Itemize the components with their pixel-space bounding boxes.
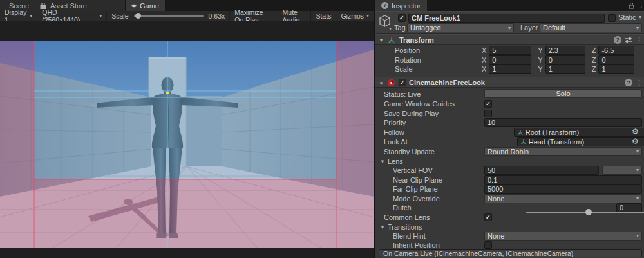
near-clip-row: Near Clip Plane 0.1 [375, 175, 644, 184]
save-during-play-row: Save During Play [375, 108, 644, 118]
gear-icon[interactable]: ⚙ [632, 127, 639, 136]
far-clip-label: Far Clip Plane [393, 185, 438, 193]
rotation-y-value: 0 [549, 56, 553, 64]
dutch-field[interactable]: 0 [616, 203, 642, 212]
tab-inspector[interactable]: i Inspector [375, 0, 427, 11]
axis-y-label: Y [538, 65, 542, 73]
vertical-fov-value: 50 [488, 166, 495, 174]
freelook-foldout-icon[interactable]: ▼ [379, 81, 384, 86]
chevron-down-icon: ▾ [636, 148, 639, 154]
far-clip-field[interactable]: 5000 [484, 184, 642, 194]
position-z-field[interactable]: -6.5 [598, 46, 634, 55]
layer-label: Layer [520, 24, 538, 32]
follow-object-field[interactable]: Root (Transform) ⊙ [514, 128, 644, 137]
gameobject-icon-caret[interactable]: ▾ [389, 26, 392, 32]
scale-label: Scale [111, 12, 128, 20]
game-window-guides-checkbox[interactable]: ✓ [484, 100, 492, 108]
lens-foldout-icon[interactable]: ▼ [380, 159, 385, 164]
resolution-dropdown[interactable]: QHD (2560x1440) ▾ [37, 11, 107, 21]
rotation-y-field[interactable]: 0 [545, 55, 585, 64]
lookat-object-field[interactable]: Head (Transform) ⊙ [517, 137, 644, 146]
standby-update-value: Round Robin [488, 148, 529, 155]
tab-game[interactable]: Game [126, 0, 166, 11]
dutch-label: Dutch [393, 204, 412, 212]
mode-override-dropdown[interactable]: None ▾ [484, 194, 642, 203]
gear-icon[interactable]: ⚙ [632, 137, 639, 146]
game-panel: Scene Asset Store Game Display 1 ▾ QHD (… [0, 0, 374, 258]
rotation-z-field[interactable]: 0 [598, 55, 634, 64]
scale-slider[interactable] [134, 15, 204, 17]
solo-button[interactable]: Solo [484, 89, 642, 98]
scale-row: Scale X 1 Y 1 Z 1 [375, 64, 644, 74]
stats-button[interactable]: Stats [310, 11, 336, 21]
display-dropdown[interactable]: Display 1 ▾ [0, 11, 37, 21]
rotation-x-value: 0 [492, 56, 496, 64]
transform-menu-kebab-icon[interactable]: ⋮ [636, 36, 643, 45]
near-clip-field[interactable]: 0.1 [484, 175, 642, 184]
fov-preset-dropdown[interactable]: ▾ [602, 166, 642, 175]
lookat-row: Look At Head (Transform) ⊙ ⚙ [375, 137, 644, 146]
vertical-fov-field[interactable]: 50 [484, 166, 599, 175]
cinemachine-icon [387, 79, 395, 87]
scale-y-field[interactable]: 1 [545, 64, 585, 74]
transform-help-icon[interactable]: ? [614, 36, 621, 44]
maximize-on-play-button[interactable]: Maximize On Play [229, 11, 277, 21]
transitions-foldout-row[interactable]: ▼ Transitions [375, 222, 644, 232]
scale-z-value: 1 [601, 65, 605, 73]
inherit-position-checkbox[interactable] [484, 241, 492, 249]
lookat-label: Look At [384, 138, 408, 146]
scale-z-field[interactable]: 1 [598, 64, 634, 74]
gizmos-dropdown[interactable]: Gizmos ▾ [336, 11, 374, 21]
transform-presets-icon[interactable] [625, 37, 632, 43]
inspector-info-icon: i [381, 2, 388, 9]
position-x-field[interactable]: 5 [489, 46, 531, 55]
scale-y-value: 1 [549, 65, 553, 73]
freelook-enabled-checkbox[interactable]: ✓ [399, 79, 406, 86]
tag-dropdown[interactable]: Untagged ▾ [407, 23, 514, 32]
priority-field[interactable]: 10 [484, 118, 642, 127]
scale-slider-knob[interactable] [135, 13, 141, 19]
transform-header[interactable]: ▼ Transform ? ⋮ [375, 34, 644, 45]
static-dropdown-caret[interactable]: ▾ [639, 14, 641, 20]
transform-axes-icon [517, 129, 524, 135]
on-camera-live-text: On Camera Live (ICinemachineCamera, ICin… [383, 250, 573, 257]
gameobject-name-field[interactable]: CM FreeLook1 [408, 14, 605, 23]
freelook-help-icon[interactable]: ? [625, 79, 632, 86]
priority-row: Priority 10 [375, 117, 644, 127]
tag-value: Untagged [410, 24, 441, 32]
mute-audio-button[interactable]: Mute Audio [278, 11, 311, 21]
follow-row: Follow Root (Transform) ⊙ ⚙ [375, 127, 644, 137]
mode-override-value: None [488, 195, 504, 203]
common-lens-row: Common Lens ✓ [375, 212, 644, 222]
scale-x-value: 1 [492, 65, 496, 73]
save-during-play-checkbox[interactable] [484, 110, 492, 117]
common-lens-checkbox[interactable]: ✓ [484, 213, 492, 221]
lens-foldout-row[interactable]: ▼ Lens [375, 156, 644, 166]
layer-value: Default [543, 24, 565, 32]
freelook-menu-kebab-icon[interactable]: ⋮ [636, 79, 643, 87]
game-render [0, 41, 374, 248]
blend-hint-value: None [488, 232, 504, 240]
on-camera-live-box: On Camera Live (ICinemachineCamera, ICin… [379, 249, 642, 257]
gameobject-name-value: CM FreeLook1 [412, 14, 460, 22]
standby-update-dropdown[interactable]: Round Robin ▾ [484, 147, 642, 156]
gameobject-active-checkbox[interactable]: ✓ [398, 14, 406, 22]
inspector-menu-kebab-icon[interactable]: ⋮ [638, 1, 644, 8]
cinemachine-freelook-header[interactable]: ▼ ✓ CinemachineFreeLook ? ⋮ [375, 77, 644, 88]
rotation-x-field[interactable]: 0 [489, 55, 531, 64]
chevron-down-icon: ▾ [636, 195, 639, 201]
scale-x-field[interactable]: 1 [489, 64, 531, 74]
inherit-position-row: Inherit Position [375, 240, 644, 250]
position-y-field[interactable]: 2.3 [545, 46, 585, 55]
lock-icon[interactable] [628, 2, 635, 9]
game-toolbar: Display 1 ▾ QHD (2560x1440) ▾ Scale 0.63… [0, 11, 374, 21]
transform-foldout-icon[interactable]: ▼ [379, 37, 384, 43]
transitions-foldout-icon[interactable]: ▼ [380, 224, 385, 230]
layer-dropdown[interactable]: Default ▾ [540, 23, 642, 32]
tab-game-label: Game [140, 2, 159, 10]
blend-hint-dropdown[interactable]: None ▾ [484, 232, 642, 241]
static-checkbox[interactable] [608, 14, 616, 22]
stats-label: Stats [316, 12, 331, 20]
scale-control: Scale 0.63x [107, 11, 229, 21]
soft-zone-overlay [34, 41, 336, 179]
